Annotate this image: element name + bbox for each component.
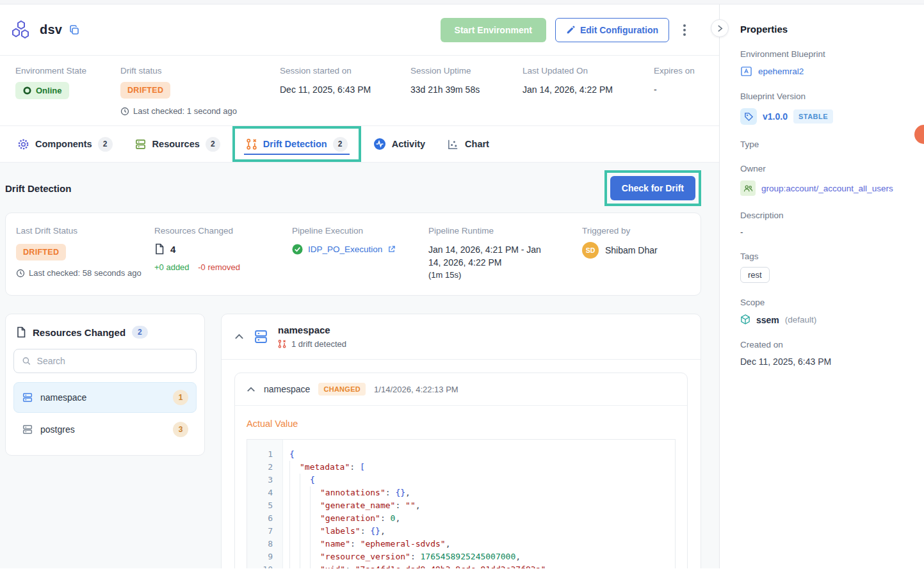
code-line: { [283,474,675,486]
tab-drift-count: 2 [333,137,348,152]
session-started-value: Dec 11, 2025, 6:43 PM [280,84,410,95]
group-icon [740,180,756,196]
drift-summary-card: Last Drift Status DRIFTED Last checked: … [5,212,701,296]
properties-title: Properties [740,24,911,35]
owner-label: Owner [740,164,911,173]
resource-detail-card: namespace 1 drift detected namespace [221,314,701,568]
session-started-label: Session started on [280,66,410,76]
tab-components-count: 2 [98,137,113,152]
code-line: { [283,448,675,461]
scope-suffix: (default) [785,315,817,325]
blueprint-link[interactable]: epehemral2 [758,67,804,76]
stack-icon [22,392,33,403]
section-title: Drift Detection [5,183,71,194]
expires-on-label: Expires on [654,66,695,76]
resources-changed-panel: Resources Changed 2 namespace 1 [5,314,205,456]
more-options-kebab-icon[interactable] [678,20,691,40]
code-viewer[interactable]: 12345678910 {"metadata": [{"annotations"… [247,439,676,568]
drift-tab-highlight-box: Drift Detection 2 [232,126,361,162]
created-on-value: Dec 11, 2025, 6:43 PM [740,357,911,367]
tab-chart[interactable]: Chart [436,126,500,162]
environment-logo-icon [9,20,32,40]
search-input[interactable] [37,356,188,366]
type-label: Type [740,140,911,149]
removed-count: -0 removed [198,262,240,272]
last-updated-value: Jan 14, 2026, 4:22 PM [523,84,654,95]
tab-drift-detection[interactable]: Drift Detection 2 [235,137,359,152]
triggered-by-name: Shibam Dhar [605,245,658,255]
code-line-number: 1 [247,448,273,461]
copy-icon[interactable] [69,24,80,36]
tab-activity[interactable]: Activity [362,126,436,162]
version-value[interactable]: v1.0.0 [763,111,788,122]
avatar: SD [582,242,599,259]
tab-components[interactable]: Components 2 [6,126,124,162]
blueprint-label: Environment Blueprint [740,49,911,59]
pipeline-runtime-value: Jan 14, 2026, 4:21 PM - Jan 14, 2026, 4:… [428,243,550,269]
pipeline-runtime-label: Pipeline Runtime [428,226,582,236]
code-line: "generate_name": "", [283,499,675,512]
document-icon [16,326,26,338]
list-item-namespace[interactable]: namespace 1 [13,382,197,413]
last-checked-text: Last checked: 1 second ago [120,106,280,116]
resources-panel-title: Resources Changed [33,327,126,338]
check-for-drift-button[interactable]: Check for Drift [610,176,695,200]
edit-configuration-button[interactable]: Edit Configuration [555,18,669,42]
drift-count-badge: 3 [173,422,188,437]
cube-icon [740,314,750,325]
drift-detection-panel: Drift Detection Check for Drift Last Dri… [0,163,719,568]
main-column: dsv Start Environment Edit Configuration… [0,4,720,568]
changed-badge: CHANGED [318,383,366,396]
env-state-label: Environment State [15,66,120,76]
header-bar: dsv Start Environment Edit Configuration [0,4,719,56]
list-item-postgres[interactable]: postgres 3 [13,414,197,445]
tags-label: Tags [740,252,911,261]
code-line-number: 4 [247,486,273,499]
stack-icon [22,424,33,435]
pipeline-execution-label: Pipeline Execution [292,226,428,236]
entry-timestamp: 1/14/2026, 4:22:13 PM [374,385,458,394]
start-environment-button[interactable]: Start Environment [441,18,546,42]
tab-resources[interactable]: Resources 2 [124,126,231,162]
check-drift-highlight-box: Check for Drift [604,170,701,206]
last-updated-label: Last Updated On [523,66,654,76]
drift-icon [246,138,257,150]
drift-icon [278,339,286,349]
owner-link[interactable]: group:account/_account_all_users [761,184,893,193]
stack-icon [134,138,147,150]
created-on-label: Created on [740,340,911,349]
drifted-badge: DRIFTED [120,82,170,99]
top-strip [0,0,924,4]
scope-label: Scope [740,298,911,307]
chevron-up-icon[interactable] [247,387,255,392]
status-info-row: Environment State Online Drift status DR… [0,56,719,126]
code-line: "resource_version": 1765458925245007000, [283,550,675,563]
code-line: "name": "ephemeral-sdvds", [283,538,675,550]
search-icon [22,356,31,366]
code-line: "metadata": [ [283,461,675,474]
pipeline-execution-link[interactable]: IDP_PO_Execution [308,244,382,254]
description-value: - [740,227,911,237]
external-link-icon [387,245,396,253]
code-line-number: 7 [247,525,273,538]
drift-status-label: Drift status [120,66,280,76]
tag-chip: rest [740,267,770,283]
code-line-number: 9 [247,550,273,563]
properties-panel: Properties Environment Blueprint epehemr… [720,4,924,568]
code-line: "annotations": {}, [283,486,675,499]
triggered-by-label: Triggered by [582,226,658,236]
session-uptime-label: Session Uptime [410,66,523,76]
code-line: "generation": 0, [283,512,675,525]
clock-icon [120,107,129,116]
gear-icon [17,138,29,150]
resources-panel-count: 2 [132,326,148,339]
scope-value: ssem [756,315,779,325]
pencil-icon [566,26,575,35]
resources-changed-label: Resources Changed [154,226,292,236]
tab-bar: Components 2 Resources 2 Drift Detection… [0,126,719,163]
code-line-number: 3 [247,474,273,486]
collapse-panel-button[interactable] [711,19,729,37]
clock-icon [16,269,25,278]
chevron-up-icon[interactable] [234,333,244,340]
detail-resource-name: namespace [278,325,346,335]
